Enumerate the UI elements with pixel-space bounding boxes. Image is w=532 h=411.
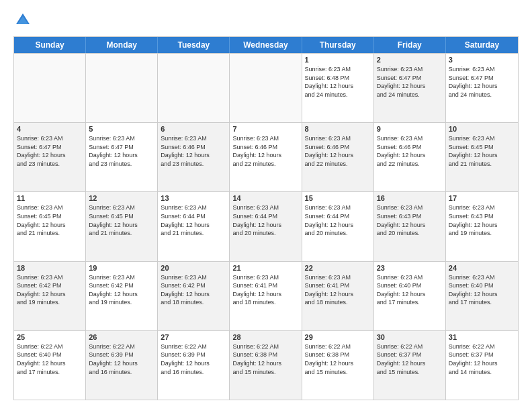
calendar-week-row: 18Sunrise: 6:23 AM Sunset: 6:42 PM Dayli…: [14, 261, 518, 330]
cell-sun-info: Sunrise: 6:23 AM Sunset: 6:46 PM Dayligh…: [232, 134, 298, 168]
day-number: 7: [232, 125, 298, 133]
cell-sun-info: Sunrise: 6:23 AM Sunset: 6:46 PM Dayligh…: [377, 134, 443, 168]
calendar-header-day: Thursday: [302, 37, 374, 53]
day-number: 3: [449, 56, 515, 64]
day-number: 25: [17, 333, 83, 341]
calendar-cell: 29Sunrise: 6:22 AM Sunset: 6:38 PM Dayli…: [302, 331, 374, 400]
day-number: 31: [449, 333, 515, 341]
cell-sun-info: Sunrise: 6:23 AM Sunset: 6:47 PM Dayligh…: [377, 65, 443, 99]
cell-sun-info: Sunrise: 6:23 AM Sunset: 6:44 PM Dayligh…: [305, 203, 371, 237]
logo: [13, 11, 35, 30]
calendar-cell: 12Sunrise: 6:23 AM Sunset: 6:45 PM Dayli…: [86, 192, 158, 261]
header: [13, 11, 519, 30]
cell-sun-info: Sunrise: 6:22 AM Sunset: 6:38 PM Dayligh…: [232, 342, 298, 376]
calendar-cell: [230, 54, 302, 122]
calendar-cell: 6Sunrise: 6:23 AM Sunset: 6:46 PM Daylig…: [158, 123, 230, 191]
cell-sun-info: Sunrise: 6:23 AM Sunset: 6:44 PM Dayligh…: [161, 203, 226, 237]
calendar-week-row: 25Sunrise: 6:22 AM Sunset: 6:40 PM Dayli…: [14, 330, 518, 400]
cell-sun-info: Sunrise: 6:22 AM Sunset: 6:39 PM Dayligh…: [89, 342, 154, 376]
calendar-header-day: Sunday: [14, 37, 86, 53]
cell-sun-info: Sunrise: 6:23 AM Sunset: 6:48 PM Dayligh…: [305, 65, 371, 99]
day-number: 26: [89, 333, 154, 341]
calendar-cell: 25Sunrise: 6:22 AM Sunset: 6:40 PM Dayli…: [14, 331, 86, 400]
day-number: 14: [232, 194, 298, 202]
day-number: 22: [305, 264, 371, 272]
day-number: 2: [377, 56, 443, 64]
day-number: 1: [305, 56, 371, 64]
calendar-cell: [86, 54, 158, 122]
calendar-body: 1Sunrise: 6:23 AM Sunset: 6:48 PM Daylig…: [14, 53, 518, 400]
calendar-cell: 5Sunrise: 6:23 AM Sunset: 6:47 PM Daylig…: [86, 123, 158, 191]
day-number: 8: [305, 125, 371, 133]
cell-sun-info: Sunrise: 6:23 AM Sunset: 6:47 PM Dayligh…: [17, 134, 83, 168]
day-number: 4: [17, 125, 83, 133]
calendar-cell: 18Sunrise: 6:23 AM Sunset: 6:42 PM Dayli…: [14, 262, 86, 330]
calendar-week-row: 11Sunrise: 6:23 AM Sunset: 6:45 PM Dayli…: [14, 191, 518, 261]
calendar-cell: 22Sunrise: 6:23 AM Sunset: 6:41 PM Dayli…: [302, 262, 374, 330]
cell-sun-info: Sunrise: 6:22 AM Sunset: 6:37 PM Dayligh…: [449, 342, 515, 376]
cell-sun-info: Sunrise: 6:22 AM Sunset: 6:38 PM Dayligh…: [305, 342, 371, 376]
cell-sun-info: Sunrise: 6:23 AM Sunset: 6:45 PM Dayligh…: [89, 203, 154, 237]
calendar-cell: 16Sunrise: 6:23 AM Sunset: 6:43 PM Dayli…: [374, 192, 446, 261]
calendar-cell: 17Sunrise: 6:23 AM Sunset: 6:43 PM Dayli…: [446, 192, 518, 261]
calendar-cell: 28Sunrise: 6:22 AM Sunset: 6:38 PM Dayli…: [230, 331, 302, 400]
day-number: 23: [377, 264, 443, 272]
day-number: 21: [232, 264, 298, 272]
cell-sun-info: Sunrise: 6:23 AM Sunset: 6:41 PM Dayligh…: [305, 273, 371, 307]
cell-sun-info: Sunrise: 6:23 AM Sunset: 6:43 PM Dayligh…: [449, 203, 515, 237]
cell-sun-info: Sunrise: 6:22 AM Sunset: 6:37 PM Dayligh…: [377, 342, 443, 376]
day-number: 20: [161, 264, 226, 272]
day-number: 30: [377, 333, 443, 341]
day-number: 27: [161, 333, 226, 341]
day-number: 11: [17, 194, 83, 202]
calendar-header: SundayMondayTuesdayWednesdayThursdayFrid…: [14, 37, 518, 53]
calendar-cell: 27Sunrise: 6:22 AM Sunset: 6:39 PM Dayli…: [158, 331, 230, 400]
day-number: 18: [17, 264, 83, 272]
day-number: 10: [449, 125, 515, 133]
calendar-header-day: Saturday: [446, 37, 518, 53]
calendar-cell: [158, 54, 230, 122]
calendar-cell: 10Sunrise: 6:23 AM Sunset: 6:45 PM Dayli…: [446, 123, 518, 191]
cell-sun-info: Sunrise: 6:22 AM Sunset: 6:39 PM Dayligh…: [161, 342, 226, 376]
calendar-cell: 13Sunrise: 6:23 AM Sunset: 6:44 PM Dayli…: [158, 192, 230, 261]
calendar-cell: 26Sunrise: 6:22 AM Sunset: 6:39 PM Dayli…: [86, 331, 158, 400]
cell-sun-info: Sunrise: 6:23 AM Sunset: 6:45 PM Dayligh…: [449, 134, 515, 168]
calendar-cell: 24Sunrise: 6:23 AM Sunset: 6:40 PM Dayli…: [446, 262, 518, 330]
day-number: 9: [377, 125, 443, 133]
calendar-cell: 1Sunrise: 6:23 AM Sunset: 6:48 PM Daylig…: [302, 54, 374, 122]
day-number: 5: [89, 125, 154, 133]
day-number: 24: [449, 264, 515, 272]
cell-sun-info: Sunrise: 6:23 AM Sunset: 6:47 PM Dayligh…: [449, 65, 515, 99]
cell-sun-info: Sunrise: 6:23 AM Sunset: 6:45 PM Dayligh…: [17, 203, 83, 237]
calendar-cell: 11Sunrise: 6:23 AM Sunset: 6:45 PM Dayli…: [14, 192, 86, 261]
calendar-cell: 20Sunrise: 6:23 AM Sunset: 6:42 PM Dayli…: [158, 262, 230, 330]
calendar-cell: 14Sunrise: 6:23 AM Sunset: 6:44 PM Dayli…: [230, 192, 302, 261]
day-number: 28: [232, 333, 298, 341]
calendar-week-row: 1Sunrise: 6:23 AM Sunset: 6:48 PM Daylig…: [14, 53, 518, 122]
logo-icon: [13, 11, 32, 30]
cell-sun-info: Sunrise: 6:23 AM Sunset: 6:42 PM Dayligh…: [17, 273, 83, 307]
calendar-header-day: Monday: [86, 37, 158, 53]
day-number: 19: [89, 264, 154, 272]
cell-sun-info: Sunrise: 6:23 AM Sunset: 6:40 PM Dayligh…: [449, 273, 515, 307]
day-number: 17: [449, 194, 515, 202]
calendar-header-day: Wednesday: [230, 37, 302, 53]
cell-sun-info: Sunrise: 6:23 AM Sunset: 6:46 PM Dayligh…: [305, 134, 371, 168]
calendar-cell: 31Sunrise: 6:22 AM Sunset: 6:37 PM Dayli…: [446, 331, 518, 400]
day-number: 29: [305, 333, 371, 341]
day-number: 15: [305, 194, 371, 202]
cell-sun-info: Sunrise: 6:23 AM Sunset: 6:42 PM Dayligh…: [161, 273, 226, 307]
calendar-cell: 8Sunrise: 6:23 AM Sunset: 6:46 PM Daylig…: [302, 123, 374, 191]
page: SundayMondayTuesdayWednesdayThursdayFrid…: [0, 0, 532, 411]
calendar-header-day: Friday: [374, 37, 446, 53]
calendar-cell: 9Sunrise: 6:23 AM Sunset: 6:46 PM Daylig…: [374, 123, 446, 191]
calendar-cell: 4Sunrise: 6:23 AM Sunset: 6:47 PM Daylig…: [14, 123, 86, 191]
cell-sun-info: Sunrise: 6:23 AM Sunset: 6:47 PM Dayligh…: [89, 134, 154, 168]
calendar-cell: 21Sunrise: 6:23 AM Sunset: 6:41 PM Dayli…: [230, 262, 302, 330]
cell-sun-info: Sunrise: 6:23 AM Sunset: 6:44 PM Dayligh…: [232, 203, 298, 237]
calendar-cell: 30Sunrise: 6:22 AM Sunset: 6:37 PM Dayli…: [374, 331, 446, 400]
calendar-cell: 3Sunrise: 6:23 AM Sunset: 6:47 PM Daylig…: [446, 54, 518, 122]
calendar-cell: 23Sunrise: 6:23 AM Sunset: 6:40 PM Dayli…: [374, 262, 446, 330]
cell-sun-info: Sunrise: 6:22 AM Sunset: 6:40 PM Dayligh…: [17, 342, 83, 376]
cell-sun-info: Sunrise: 6:23 AM Sunset: 6:46 PM Dayligh…: [161, 134, 226, 168]
